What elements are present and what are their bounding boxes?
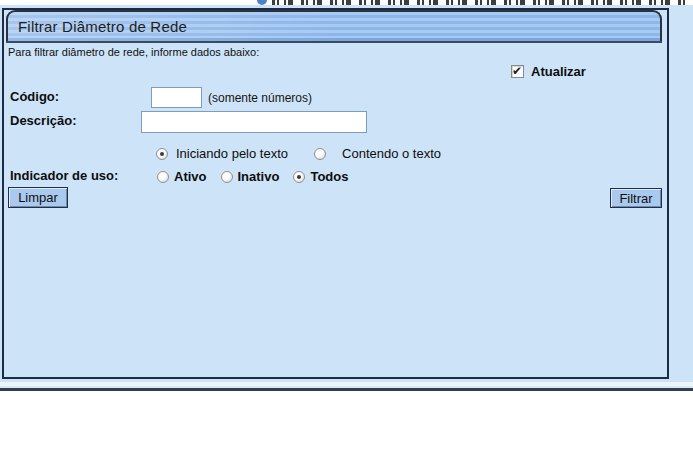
codigo-label: Código: bbox=[10, 89, 59, 104]
descricao-input[interactable] bbox=[141, 111, 367, 133]
atualizar-row: Atualizar bbox=[511, 64, 586, 79]
panel-titlebar: Filtrar Diâmetro de Rede bbox=[6, 10, 662, 41]
contendo-o-texto-label: Contendo o texto bbox=[342, 146, 441, 161]
page-title: Filtrar Diâmetro de Rede bbox=[18, 18, 187, 35]
codigo-hint: (somente números) bbox=[208, 91, 312, 105]
indicador-de-uso-row: Ativo Inativo Todos bbox=[157, 169, 348, 184]
atualizar-label: Atualizar bbox=[531, 64, 586, 79]
inativo-radio[interactable] bbox=[221, 171, 233, 183]
contendo-o-texto-radio[interactable] bbox=[314, 148, 326, 160]
iniciando-pelo-texto-label: Iniciando pelo texto bbox=[176, 146, 288, 161]
ativo-radio[interactable] bbox=[157, 171, 169, 183]
footer-divider-line bbox=[0, 388, 693, 391]
form-instructions: Para filtrar diâmetro de rede, informe d… bbox=[8, 46, 259, 58]
text-match-row: Iniciando pelo texto Contendo o texto bbox=[156, 146, 441, 161]
inativo-label: Inativo bbox=[238, 169, 280, 184]
limpar-button[interactable]: Limpar bbox=[8, 187, 68, 208]
indicador-de-uso-label: Indicador de uso: bbox=[10, 168, 118, 183]
filtrar-button[interactable]: Filtrar bbox=[610, 188, 662, 208]
codigo-input[interactable] bbox=[151, 87, 202, 108]
todos-label: Todos bbox=[310, 169, 348, 184]
ativo-label: Ativo bbox=[174, 169, 207, 184]
todos-radio[interactable] bbox=[293, 171, 305, 183]
filter-panel: Filtrar Diâmetro de Rede Para filtrar di… bbox=[2, 8, 669, 379]
descricao-label: Descrição: bbox=[10, 113, 76, 128]
iniciando-pelo-texto-radio[interactable] bbox=[156, 148, 168, 160]
atualizar-checkbox[interactable] bbox=[511, 65, 524, 78]
